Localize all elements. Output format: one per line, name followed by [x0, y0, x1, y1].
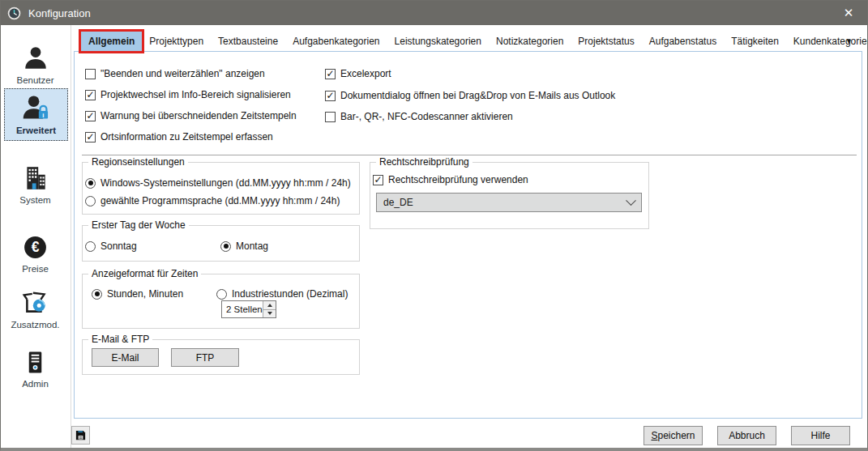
- checkbox-row: Ortsinformation zu Zeitstempel erfassen: [85, 131, 273, 143]
- sidebar: Benutzer i Erweitert: [1, 25, 71, 448]
- checkbox-row: Dokumentdialog öffnen bei Drag&Drop von …: [325, 90, 615, 101]
- tab-overflow-icon[interactable]: ▼: [845, 37, 853, 45]
- checkbox-label: Bar-, QR-, NFC-Codescanner aktivieren: [340, 111, 513, 122]
- checkbox-row: Bar-, QR-, NFC-Codescanner aktivieren: [325, 111, 513, 122]
- checkbox[interactable]: [325, 91, 336, 101]
- group-title: E-Mail & FTP: [88, 334, 152, 345]
- radio-sonntag[interactable]: [85, 241, 96, 252]
- tab-projekttypen[interactable]: Projekttypen: [142, 32, 211, 51]
- radio-label: gewählte Programmsprache (dd.MM.yyyy hh:…: [100, 195, 340, 206]
- sidebar-item-zusatzmod[interactable]: Zusatzmod.: [4, 284, 66, 335]
- checkbox-row: Rechtschreibprüfung verwenden: [373, 174, 528, 185]
- radio-row: Montag: [220, 240, 268, 252]
- stepper-buttons: [263, 301, 276, 317]
- ftp-button[interactable]: FTP: [171, 348, 239, 367]
- tab-leistungskategorien[interactable]: Leistungskategorien: [387, 32, 489, 51]
- radio-windows-systemeinstellungen[interactable]: [85, 178, 96, 189]
- checkbox-label: Ortsinformation zu Zeitstempel erfassen: [100, 131, 273, 143]
- euro-icon: €: [4, 234, 66, 261]
- checkbox-row: Projektwechsel im Info-Bereich signalisi…: [85, 89, 291, 100]
- checkbox-label: Projektwechsel im Info-Bereich signalisi…: [100, 89, 291, 100]
- floppy-disk-icon: [75, 429, 87, 441]
- group-title: Anzeigeformat für Zeiten: [88, 268, 201, 279]
- sidebar-item-label: Erweitert: [5, 126, 67, 135]
- stepper-down-icon[interactable]: [263, 309, 276, 318]
- sidebar-item-admin[interactable]: Admin: [4, 344, 66, 394]
- radio-montag[interactable]: [220, 241, 231, 252]
- checkbox[interactable]: [325, 112, 336, 122]
- tab-allgemein[interactable]: Allgemein: [81, 32, 142, 51]
- addon-box-icon: [4, 289, 66, 317]
- checkbox-row: Excelexport: [325, 68, 391, 79]
- tab-kundenkategorien[interactable]: Kundenkategorien: [786, 32, 868, 51]
- digits-stepper-value: 2 Stellen: [222, 301, 263, 317]
- section-divider: [82, 155, 857, 155]
- radio-row: Stunden, Minuten: [92, 288, 183, 300]
- user-lock-icon: i: [5, 93, 67, 122]
- tab-bar: Allgemein Projekttypen Textbausteine Auf…: [81, 32, 868, 51]
- email-button[interactable]: E-Mail: [92, 348, 159, 367]
- radio-label: Industriestunden (Dezimal): [232, 288, 348, 300]
- sidebar-item-system[interactable]: System: [4, 160, 66, 211]
- chevron-down-icon: [626, 195, 636, 206]
- hilfe-button[interactable]: Hilfe: [791, 426, 850, 445]
- close-icon[interactable]: ✕: [830, 1, 867, 25]
- radio-industriestunden[interactable]: [216, 289, 227, 300]
- checkbox-label: Warnung bei überschneidenden Zeitstempel…: [100, 110, 297, 121]
- checkbox[interactable]: [85, 111, 96, 121]
- server-icon: [4, 349, 66, 376]
- language-select[interactable]: de_DE: [376, 193, 642, 212]
- configuration-dialog: Konfiguration ✕ Benutzer i: [0, 0, 868, 451]
- radio-gewaehlte-programmsprache[interactable]: [85, 196, 96, 206]
- speichern-button[interactable]: Speichern: [644, 426, 703, 445]
- checkbox[interactable]: [85, 90, 96, 100]
- user-icon: [4, 45, 66, 72]
- building-icon: [4, 164, 66, 192]
- radio-stunden-minuten[interactable]: [92, 289, 102, 300]
- checkbox-label: Excelexport: [340, 68, 391, 79]
- group-title: Rechtschreibprüfung: [376, 156, 472, 168]
- radio-row: gewählte Programmsprache (dd.MM.yyyy hh:…: [85, 195, 340, 206]
- checkbox-row: Warnung bei überschneidenden Zeitstempel…: [85, 110, 297, 121]
- checkbox[interactable]: [85, 132, 96, 143]
- checkbox-label: Rechtschreibprüfung verwenden: [388, 174, 528, 185]
- svg-text:i: i: [42, 112, 44, 119]
- radio-label: Stunden, Minuten: [107, 288, 183, 300]
- sidebar-item-erweitert[interactable]: i Erweitert: [4, 88, 68, 141]
- language-select-value: de_DE: [383, 197, 627, 208]
- save-icon-button[interactable]: [71, 426, 90, 445]
- radio-row: Windows-Systemeinstellungen (dd.MM.yyyy …: [85, 177, 351, 189]
- sidebar-item-benutzer[interactable]: Benutzer: [4, 40, 66, 91]
- stepper-up-icon[interactable]: [263, 301, 276, 309]
- sidebar-item-label: Preise: [4, 264, 66, 274]
- sidebar-item-label: System: [4, 195, 66, 205]
- tab-aufgabenstatus[interactable]: Aufgabenstatus: [642, 32, 724, 51]
- window-title: Konfiguration: [28, 7, 91, 19]
- titlebar: Konfiguration ✕: [1, 1, 867, 25]
- sidebar-item-label: Benutzer: [4, 75, 66, 85]
- radio-label: Windows-Systemeinstellungen (dd.MM.yyyy …: [100, 177, 351, 189]
- tab-projektstatus[interactable]: Projektstatus: [571, 32, 641, 51]
- checkbox[interactable]: [85, 69, 96, 79]
- checkbox[interactable]: [325, 69, 336, 79]
- tab-aufgabenkategorien[interactable]: Aufgabenkategorien: [285, 32, 387, 51]
- radio-row: Industriestunden (Dezimal): [216, 288, 348, 300]
- tab-taetigkeiten[interactable]: Tätigkeiten: [724, 32, 786, 51]
- abbruch-button[interactable]: Abbruch: [717, 426, 776, 445]
- radio-row: Sonntag: [85, 240, 137, 252]
- tab-notizkategorien[interactable]: Notizkategorien: [489, 32, 571, 51]
- radio-label: Montag: [236, 240, 268, 252]
- sidebar-item-preise[interactable]: € Preise: [4, 229, 66, 279]
- radio-label: Sonntag: [100, 240, 137, 252]
- svg-text:€: €: [32, 239, 40, 255]
- digits-stepper[interactable]: 2 Stellen: [221, 300, 276, 318]
- group-title: Regionseinstellungen: [88, 156, 188, 168]
- clock-app-icon: [7, 6, 21, 20]
- checkbox-rechtschreibpruefung[interactable]: [373, 175, 383, 185]
- sidebar-item-label: Zusatzmod.: [4, 320, 66, 330]
- tab-textbausteine[interactable]: Textbausteine: [211, 32, 285, 51]
- group-title: Erster Tag der Woche: [88, 219, 189, 231]
- checkbox-label: Dokumentdialog öffnen bei Drag&Drop von …: [340, 90, 615, 101]
- sidebar-item-label: Admin: [4, 379, 66, 389]
- checkbox-label: "Beenden und weiterzählen" anzeigen: [100, 68, 265, 79]
